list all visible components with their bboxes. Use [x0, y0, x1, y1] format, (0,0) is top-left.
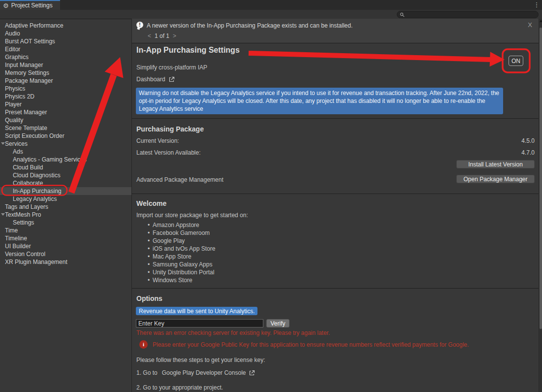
search-input[interactable] [405, 12, 533, 18]
google-play-console-link[interactable]: Google Play Developer Console [162, 369, 246, 376]
bullet-icon: • [148, 277, 153, 284]
sidebar-item-timeline[interactable]: Timeline [0, 234, 131, 242]
info-alert-icon: i [139, 340, 148, 349]
notification-pager: < 1 of 1 > [148, 33, 176, 39]
current-version-label: Current Version: [136, 137, 179, 144]
license-steps-intro: Please follow these steps to get your li… [136, 357, 265, 363]
sidebar-item-label: Collaborate [0, 180, 43, 187]
tab-title: Project Settings [11, 2, 53, 9]
sidebar-item-physics[interactable]: Physics [0, 85, 131, 93]
list-item: •Unity Distribution Portal [148, 268, 215, 276]
sidebar-item-time[interactable]: Time [0, 227, 131, 234]
store-name: Mac App Store [153, 253, 191, 260]
sidebar-item-adaptive-performance[interactable]: Adaptive Performance [0, 22, 131, 30]
sidebar-item-xr-plugin-management[interactable]: XR Plugin Management [0, 258, 131, 266]
sidebar-item-label: Tags and Layers [0, 203, 48, 210]
sidebar-item-editor[interactable]: Editor [0, 45, 131, 53]
sidebar-item-collaborate[interactable]: Collaborate [0, 179, 131, 187]
dashboard-link[interactable]: Dashboard [136, 76, 175, 83]
sidebar-item-label: XR Plugin Management [0, 259, 67, 265]
sidebar-item-label: Graphics [0, 54, 29, 61]
iap-enable-toggle[interactable]: ON [509, 56, 523, 66]
bullet-icon: • [148, 269, 153, 276]
sidebar-item-input-manager[interactable]: Input Manager [0, 61, 131, 69]
bullet-icon: • [148, 229, 153, 236]
advanced-package-management-label: Advanced Package Management [136, 176, 223, 183]
pager-next-button[interactable]: > [173, 33, 176, 39]
kebab-menu-icon[interactable]: ⋮ [533, 1, 540, 9]
sidebar-item-physics-2d[interactable]: Physics 2D [0, 93, 131, 100]
sidebar-item-label: Preset Manager [0, 109, 47, 116]
notification-text: A newer version of the In-App Purchasing… [147, 22, 352, 29]
sidebar-item-cloud-build[interactable]: Cloud Build [0, 163, 131, 171]
dashboard-link-label: Dashboard [136, 76, 165, 83]
store-name: Facebook Gameroom [153, 229, 210, 236]
scrollbar-thumb[interactable] [540, 28, 542, 329]
sidebar-item-legacy-analytics[interactable]: Legacy Analytics [0, 195, 131, 203]
sidebar-item-quality[interactable]: Quality [0, 116, 131, 124]
step1-prefix: 1. Go to [136, 369, 158, 376]
sidebar-item-label: Physics 2D [0, 93, 34, 100]
bullet-icon: • [148, 222, 153, 229]
list-item: •Windows Store [148, 276, 215, 284]
install-latest-version-button[interactable]: Install Latest Version [456, 160, 535, 168]
sidebar-item-cloud-diagnostics[interactable]: Cloud Diagnostics [0, 171, 131, 179]
sidebar-item-label: Cloud Diagnostics [0, 172, 61, 179]
sidebar-item-preset-manager[interactable]: Preset Manager [0, 108, 131, 116]
sidebar-item-in-app-purchasing[interactable]: In-App Purchasing [0, 187, 131, 195]
sidebar-item-tags-and-layers[interactable]: Tags and Layers [0, 203, 131, 211]
server-error-text: There was an error checking server for e… [136, 329, 330, 336]
section-title-purchasing-package: Purchasing Package [136, 125, 204, 133]
window-tab-strip: ⚙ Project Settings ⋮ [0, 0, 542, 10]
sidebar-item-label: Quality [0, 117, 23, 124]
sidebar-item-player[interactable]: Player [0, 100, 131, 108]
sidebar-item-version-control[interactable]: Version Control [0, 250, 131, 258]
sidebar-item-graphics[interactable]: Graphics [0, 53, 131, 61]
sidebar-item-textmesh-settings[interactable]: Settings [0, 219, 131, 227]
sidebar-item-services[interactable]: Services [0, 140, 131, 148]
scroll-up-icon[interactable] [540, 20, 542, 22]
sidebar-item-analytics-gaming-services[interactable]: Analytics - Gaming Services [0, 156, 131, 163]
section-title-welcome: Welcome [136, 199, 166, 207]
sidebar-item-label: Time [0, 227, 18, 234]
sidebar-item-label: Memory Settings [0, 69, 49, 76]
foldout-expanded-icon[interactable] [1, 213, 5, 216]
divider [132, 194, 539, 194]
sidebar-item-script-execution-order[interactable]: Script Execution Order [0, 132, 131, 140]
store-name: Google Play [153, 237, 185, 244]
close-icon[interactable]: X [528, 21, 532, 29]
notification-alert-icon: ! [136, 22, 143, 28]
list-item: •Google Play [148, 237, 215, 245]
store-name: Amazon Appstore [153, 222, 199, 229]
sidebar-item-label: Input Manager [0, 62, 43, 68]
list-item: •Amazon Appstore [148, 221, 215, 229]
bullet-icon: • [148, 253, 153, 260]
sidebar-item-audio[interactable]: Audio [0, 30, 131, 37]
sidebar-item-label: In-App Purchasing [0, 188, 62, 195]
verify-button[interactable]: Verify [266, 319, 289, 327]
sidebar-item-package-manager[interactable]: Package Manager [0, 77, 131, 85]
foldout-expanded-icon[interactable] [1, 142, 5, 145]
search-icon [400, 12, 405, 17]
analytics-note-highlight: Revenue data will be sent to Unity Analy… [136, 307, 257, 315]
sidebar-item-ads[interactable]: Ads [0, 148, 131, 156]
sidebar-item-label: Version Control [0, 251, 45, 258]
sidebar-item-label: Settings [0, 219, 34, 226]
pager-prev-button[interactable]: < [148, 33, 151, 39]
vertical-scrollbar[interactable] [539, 19, 542, 392]
open-package-manager-button[interactable]: Open Package Manager [456, 175, 535, 183]
search-box[interactable] [397, 11, 539, 18]
license-step-2: 2. Go to your appropriate project. [136, 384, 223, 391]
sidebar-item-label: TextMesh Pro [0, 211, 41, 218]
sidebar-item-textmesh-pro[interactable]: TextMesh Pro [0, 211, 131, 219]
google-key-input[interactable] [136, 319, 263, 327]
divider [132, 288, 539, 289]
sidebar-item-ui-builder[interactable]: UI Builder [0, 242, 131, 250]
sidebar-item-memory-settings[interactable]: Memory Settings [0, 69, 131, 77]
sidebar-item-scene-template[interactable]: Scene Template [0, 124, 131, 132]
sidebar-item-label: Analytics - Gaming Services [0, 156, 87, 163]
sidebar-item-burst-aot-settings[interactable]: Burst AOT Settings [0, 37, 131, 45]
page-title: In-App Purchasing Settings [136, 46, 240, 55]
divider [132, 118, 539, 119]
tab-project-settings[interactable]: ⚙ Project Settings [0, 0, 60, 10]
